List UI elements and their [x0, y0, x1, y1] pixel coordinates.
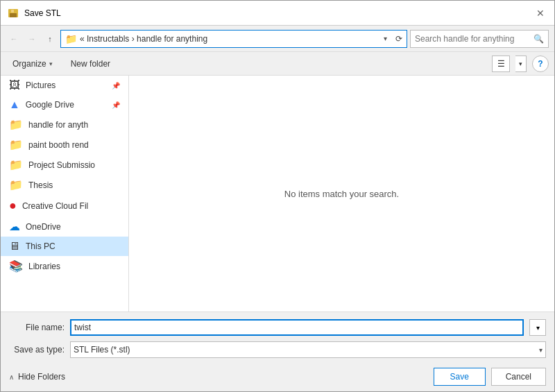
bottom-section: File name: ▾ Save as type: STL Files (*.… — [1, 312, 554, 365]
sidebar-item-libraries[interactable]: 📚 Libraries — [1, 256, 128, 276]
save-as-label: Save as type: — [9, 345, 65, 355]
sidebar-item-google-drive[interactable]: ▲ Google Drive 📌 — [1, 95, 128, 114]
close-button[interactable]: ✕ — [533, 6, 547, 20]
folder-icon: 📁 — [9, 138, 23, 151]
libraries-icon: 📚 — [9, 259, 23, 273]
hide-folders-chevron-icon: ∧ — [9, 373, 14, 381]
no-items-message: No items match your search. — [284, 189, 399, 199]
dialog-footer: ∧ Hide Folders Save Cancel — [1, 365, 554, 391]
dialog-title: Save STL — [24, 8, 61, 18]
sidebar-item-label: OneDrive — [26, 222, 61, 232]
back-button[interactable]: ← — [6, 31, 22, 46]
sidebar-item-label: Project Submissio — [28, 160, 95, 170]
filename-input[interactable] — [70, 319, 524, 336]
save-dialog: Save STL ✕ ← → ↑ 📁 « Instructabls › hand… — [0, 0, 555, 392]
new-folder-button[interactable]: New folder — [65, 56, 117, 71]
sidebar-item-label: This PC — [26, 241, 56, 251]
forward-button[interactable]: → — [24, 31, 40, 46]
pin-icon: 📌 — [112, 101, 120, 109]
gdrive-icon: ▲ — [9, 99, 20, 111]
svg-rect-1 — [10, 13, 17, 17]
sidebar-item-pictures[interactable]: 🖼 Pictures 📌 — [1, 76, 128, 95]
sidebar-item-label: Google Drive — [26, 100, 74, 110]
sidebar: 🖼 Pictures 📌 ▲ Google Drive 📌 📁 handle f… — [1, 76, 129, 312]
organize-button[interactable]: Organize ▾ — [6, 56, 59, 71]
dialog-icon — [8, 8, 19, 19]
help-button[interactable]: ? — [532, 56, 549, 72]
title-bar-left: Save STL — [8, 8, 61, 19]
folder-icon: 📁 — [65, 33, 77, 44]
sidebar-item-onedrive[interactable]: ☁ OneDrive — [1, 216, 128, 237]
view-chevron-icon[interactable]: ▾ — [515, 56, 527, 72]
filename-dropdown[interactable]: ▾ — [529, 319, 546, 336]
address-bar-row: ← → ↑ 📁 « Instructabls › handle for anyt… — [1, 26, 554, 52]
sidebar-item-this-pc[interactable]: 🖥 This PC — [1, 237, 128, 256]
sidebar-item-handle[interactable]: 📁 handle for anyth — [1, 114, 128, 135]
search-box[interactable]: 🔍 — [410, 30, 549, 48]
sidebar-item-label: handle for anyth — [28, 120, 88, 130]
sidebar-item-paint-booth[interactable]: 📁 paint booth rend — [1, 135, 128, 155]
action-buttons: Save Cancel — [434, 368, 546, 386]
sidebar-item-label: paint booth rend — [28, 140, 89, 150]
address-chevron-icon[interactable]: ▾ — [381, 33, 390, 44]
creative-cloud-icon: ● — [9, 198, 17, 213]
sidebar-item-label: Creative Cloud Fil — [22, 201, 88, 211]
onedrive-icon: ☁ — [9, 220, 20, 233]
sidebar-item-label: Thesis — [28, 180, 53, 190]
filename-row: File name: ▾ — [9, 319, 546, 336]
save-button[interactable]: Save — [434, 368, 486, 386]
save-as-select[interactable]: STL Files (*.stl) ▾ — [70, 341, 546, 358]
sidebar-item-thesis[interactable]: 📁 Thesis — [1, 175, 128, 195]
folder-icon: 📁 — [9, 178, 23, 191]
breadcrumb: « Instructabls › handle for anything — [80, 34, 378, 44]
up-button[interactable]: ↑ — [42, 31, 58, 46]
search-input[interactable] — [415, 34, 531, 44]
pin-icon: 📌 — [112, 82, 120, 90]
svg-rect-2 — [11, 10, 14, 12]
sidebar-item-label: Pictures — [26, 80, 56, 90]
search-icon[interactable]: 🔍 — [533, 34, 544, 44]
sidebar-item-creative-cloud[interactable]: ● Creative Cloud Fil — [1, 195, 128, 216]
folder-icon: 📁 — [9, 158, 23, 171]
title-bar: Save STL ✕ — [1, 1, 554, 26]
pictures-icon: 🖼 — [9, 79, 20, 92]
save-as-value: STL Files (*.stl) — [74, 345, 536, 355]
main-area: 🖼 Pictures 📌 ▲ Google Drive 📌 📁 handle f… — [1, 76, 554, 312]
hide-folders-toggle[interactable]: ∧ Hide Folders — [9, 369, 65, 384]
view-button[interactable]: ☰ — [492, 56, 510, 72]
organize-chevron-icon: ▾ — [49, 60, 53, 67]
hide-folders-label: Hide Folders — [18, 372, 65, 382]
address-box[interactable]: 📁 « Instructabls › handle for anything ▾… — [60, 30, 407, 48]
save-as-row: Save as type: STL Files (*.stl) ▾ — [9, 341, 546, 358]
sidebar-item-project[interactable]: 📁 Project Submissio — [1, 155, 128, 175]
sidebar-item-label: Libraries — [28, 262, 60, 271]
folder-icon: 📁 — [9, 118, 23, 131]
save-as-chevron-icon: ▾ — [539, 346, 543, 354]
pc-icon: 🖥 — [9, 240, 20, 253]
toolbar-row: Organize ▾ New folder ☰ ▾ ? — [1, 52, 554, 76]
file-area: No items match your search. — [129, 76, 554, 312]
cancel-button[interactable]: Cancel — [491, 368, 546, 386]
refresh-button[interactable]: ⟳ — [395, 34, 402, 44]
filename-label: File name: — [9, 323, 65, 332]
